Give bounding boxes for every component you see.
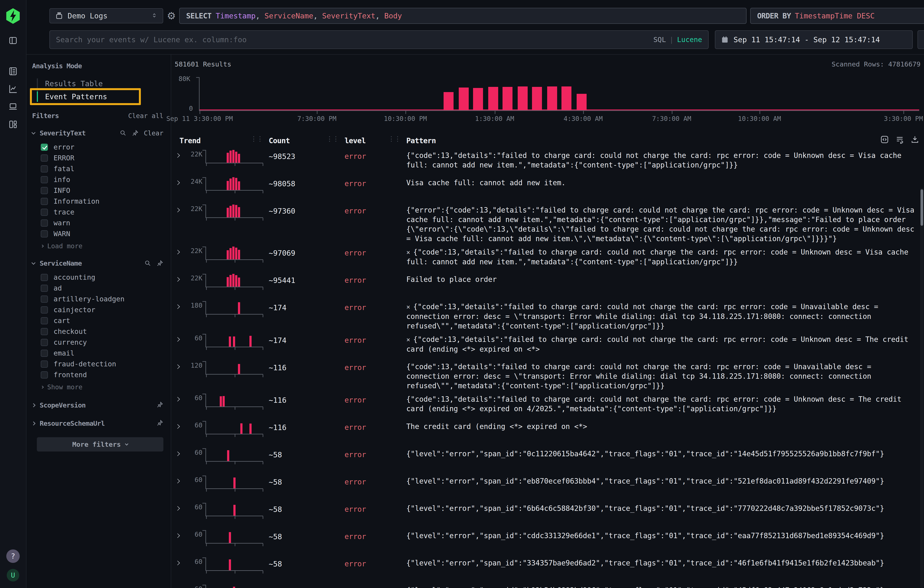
exclude-x-icon[interactable]: × [406, 336, 410, 343]
pin-icon[interactable] [157, 260, 163, 267]
expand-row-button[interactable] [176, 534, 184, 538]
checkbox[interactable] [41, 198, 48, 205]
expand-row-button[interactable] [176, 181, 184, 185]
filter-option[interactable]: INFO [41, 185, 163, 196]
checkbox[interactable] [41, 219, 48, 227]
column-header-count[interactable]: Count⋮⋮ [269, 136, 345, 145]
checkbox[interactable] [41, 306, 48, 313]
filter-option[interactable]: checkout [41, 326, 163, 337]
nav-results-table[interactable]: Results Table [37, 77, 163, 90]
run-query-button[interactable] [917, 30, 924, 49]
help-button[interactable]: ? [6, 549, 20, 563]
filter-group-name[interactable]: SeverityText [40, 129, 86, 137]
expand-row-button[interactable] [176, 365, 184, 369]
chevron-down-icon[interactable] [31, 130, 35, 134]
filter-option[interactable]: warn [41, 217, 163, 228]
expand-row-button[interactable] [176, 250, 184, 255]
download-icon[interactable] [911, 135, 919, 144]
search-icon[interactable] [120, 130, 127, 137]
filter-option[interactable]: artillery-loadgen [41, 293, 163, 305]
checkbox[interactable] [41, 339, 48, 346]
filter-option[interactable]: frontend [41, 369, 163, 380]
column-header-pattern[interactable]: Pattern [406, 136, 921, 145]
filter-option[interactable]: email [41, 348, 163, 359]
expand-row-button[interactable] [176, 479, 184, 484]
more-filters-button[interactable]: More filters [37, 437, 163, 451]
checkbox[interactable] [41, 317, 48, 324]
checkbox[interactable] [41, 361, 48, 368]
pin-icon[interactable] [132, 130, 139, 137]
column-header-level[interactable]: level⋮⋮ [345, 136, 406, 145]
checkbox[interactable] [41, 295, 48, 303]
filter-option[interactable]: ERROR [41, 153, 163, 163]
checkbox[interactable] [41, 371, 48, 379]
filter-group-name[interactable]: ServiceName [40, 259, 82, 267]
expand-row-button[interactable] [176, 278, 184, 282]
exclude-x-icon[interactable]: × [406, 249, 410, 256]
filter-option[interactable]: fatal [41, 163, 163, 174]
expand-row-button[interactable] [176, 305, 184, 309]
line-chart-icon[interactable] [7, 83, 19, 94]
clear-group-button[interactable]: Clear [144, 129, 163, 137]
checkbox[interactable] [41, 176, 48, 183]
filter-option[interactable]: trace [41, 207, 163, 217]
gear-icon[interactable]: ⚙ [167, 11, 176, 21]
filter-option[interactable]: currency [41, 337, 163, 348]
expand-row-button[interactable] [176, 452, 184, 456]
exclude-x-icon[interactable]: × [406, 303, 410, 311]
mode-lucene[interactable]: Lucene [677, 36, 702, 44]
chevron-down-icon[interactable] [31, 261, 35, 265]
column-header-trend[interactable]: Trend⋮⋮ [180, 136, 269, 145]
checkbox[interactable] [41, 155, 48, 161]
clear-all-button[interactable]: Clear all [128, 112, 163, 120]
checkbox[interactable] [41, 350, 48, 357]
filter-group-resourceschemaurl[interactable]: ResourceSchemaUrl [32, 420, 163, 427]
logs-icon[interactable] [7, 66, 19, 77]
show-more-link[interactable]: Show more [41, 383, 163, 391]
checkbox[interactable] [41, 230, 48, 237]
checkbox[interactable] [41, 143, 48, 151]
pin-icon[interactable] [157, 401, 163, 408]
expand-row-button[interactable] [176, 154, 184, 158]
expand-row-button[interactable] [176, 562, 184, 565]
filter-option[interactable]: WARN [41, 228, 163, 239]
expand-row-button[interactable] [176, 397, 184, 402]
pin-icon[interactable] [157, 420, 163, 427]
checkbox[interactable] [41, 285, 48, 292]
search-icon[interactable] [144, 260, 151, 267]
nav-event-patterns[interactable]: Event Patterns [37, 90, 163, 103]
checkbox[interactable] [41, 209, 48, 216]
code-view-icon[interactable] [880, 135, 889, 144]
filter-group-scopeversion[interactable]: ScopeVersion [32, 401, 163, 409]
load-more-link[interactable]: Load more [41, 242, 163, 250]
filter-option[interactable]: cainjector [41, 305, 163, 315]
dashboard-icon[interactable] [7, 119, 19, 130]
filter-option[interactable]: accounting [41, 272, 163, 283]
filter-option[interactable]: info [41, 174, 163, 185]
filter-option[interactable]: fraud-detection [41, 359, 163, 369]
sessions-laptop-icon[interactable] [7, 101, 19, 112]
sql-query[interactable]: SELECT Timestamp, ServiceName, SeverityT… [179, 8, 746, 24]
checkbox[interactable] [41, 274, 48, 281]
user-avatar[interactable]: U [7, 569, 19, 581]
mode-sql[interactable]: SQL [653, 36, 666, 44]
search-input[interactable]: Search your events w/ Lucene ex. column:… [50, 30, 709, 49]
expand-row-button[interactable] [176, 208, 184, 212]
order-by-input[interactable]: ORDER BY TimestampTime DESC [750, 8, 924, 24]
filter-option[interactable]: ad [41, 283, 163, 293]
expand-row-button[interactable] [176, 425, 184, 429]
filter-option[interactable]: error [41, 142, 163, 153]
date-range-picker[interactable]: Sep 11 15:47:14 - Sep 12 15:47:14 [715, 30, 913, 49]
checkbox[interactable] [41, 187, 48, 194]
checkbox[interactable] [41, 328, 48, 335]
filter-option[interactable]: Information [41, 196, 163, 207]
scrollbar-thumb[interactable] [921, 189, 923, 226]
filter-option[interactable]: cart [41, 315, 163, 326]
collapse-panel-icon[interactable] [7, 35, 19, 46]
expand-row-button[interactable] [176, 338, 184, 342]
results-histogram[interactable]: 80K 0 Sep 11 3:30:00 PM7:30:00 PM10:30:0… [175, 74, 921, 125]
checkbox[interactable] [41, 165, 48, 173]
expand-row-button[interactable] [176, 507, 184, 511]
wrap-lines-icon[interactable] [895, 135, 904, 144]
source-selector[interactable]: Demo Logs [50, 8, 163, 23]
